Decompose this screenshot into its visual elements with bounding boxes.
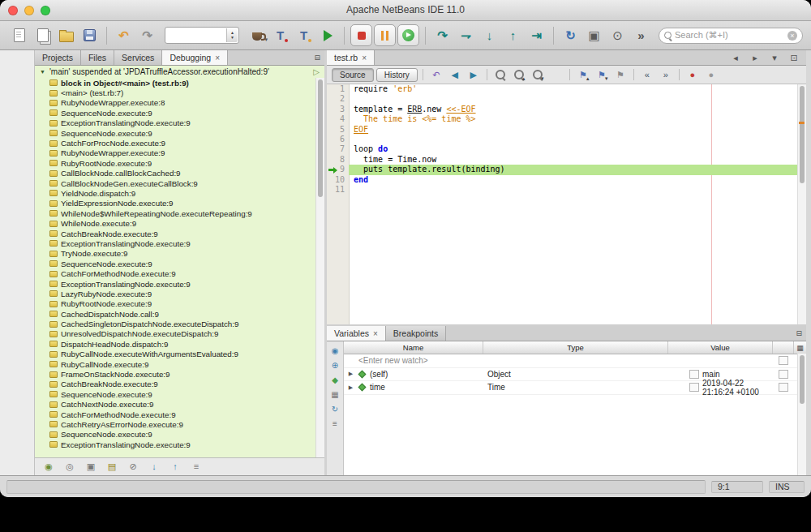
row-action-button[interactable] [779, 383, 788, 392]
shift-line-left-button[interactable]: « [639, 67, 655, 82]
stack-frame-row[interactable]: RubyNodeWrapper.execute:9 [35, 148, 324, 158]
variable-filters-button[interactable]: ◆ [328, 373, 342, 386]
show-thread-groups-button[interactable]: ▣ [84, 460, 98, 474]
value-editor-button[interactable] [689, 383, 699, 392]
panel-minimize-icon[interactable]: ⊟ [310, 50, 324, 65]
scroll-tabs-right-button[interactable]: ▸ [747, 50, 763, 65]
tree-scrollbar-thumb[interactable] [318, 79, 323, 197]
open-project-button[interactable] [55, 24, 77, 46]
row-action-button[interactable] [779, 370, 788, 379]
history-button[interactable]: History [376, 68, 418, 82]
line-number[interactable]: 6 [327, 135, 349, 144]
column-header-type[interactable]: Type [483, 341, 668, 354]
line-number[interactable]: 4 [327, 114, 349, 124]
stack-frame-row[interactable]: YieldNode.dispatch:9 [35, 188, 324, 198]
table-view-button[interactable]: ▦ [328, 388, 342, 401]
code-line-7[interactable]: 7loop do [327, 144, 806, 154]
next-bookmark-button[interactable]: ⚑▼ [594, 67, 610, 82]
stack-frame-row[interactable]: CatchNextNode.execute:9 [35, 400, 324, 410]
tree-scrollbar[interactable] [315, 78, 324, 457]
apply-code-changes-button[interactable]: ↻ [560, 24, 581, 46]
line-number[interactable]: 5 [327, 125, 349, 135]
stack-frame-row[interactable]: UnresolvedDispatchNode.executeDispatch:9 [35, 329, 324, 339]
stack-frame-row[interactable]: RubyCallNode.execute:9 [35, 359, 324, 369]
forward-button[interactable]: ▶ [466, 67, 482, 82]
stack-frame-row[interactable]: CatchBreakNode.execute:9 [35, 380, 324, 389]
variables-scrollbar-thumb[interactable] [800, 355, 805, 404]
stack-frame-row[interactable]: CallBlockNode.callBlockCached:9 [35, 169, 324, 178]
sort-by-name-button[interactable]: ↓ [147, 460, 161, 474]
code-line-11[interactable]: 11 [327, 185, 806, 195]
code-line-5[interactable]: 5EOF [327, 125, 806, 135]
stack-frame-row[interactable]: block in Object#<main> (test.rb:9) [35, 78, 324, 88]
last-edit-button[interactable]: ↶ [428, 67, 444, 82]
step-over-expression-button[interactable]: ⇁ [455, 24, 477, 46]
stack-frame-row[interactable]: CallBlockNodeGen.executeCallBlock:9 [35, 178, 324, 188]
code-line-6[interactable]: 6 [327, 135, 806, 144]
toggle-bookmark-button[interactable]: ⚑ [612, 67, 629, 82]
step-into-button[interactable]: ↓ [478, 24, 500, 46]
line-number[interactable]: 10 [327, 175, 349, 185]
code-line-2[interactable]: 2 [327, 94, 806, 104]
save-all-button[interactable] [79, 24, 101, 46]
stack-frame-row[interactable]: CatchForMethodNode.execute:9 [35, 410, 324, 419]
clean-build-project-button[interactable]: T [293, 24, 315, 46]
refresh-variables-button[interactable]: ↻ [328, 402, 342, 415]
find-previous-button[interactable]: ▲ [511, 67, 527, 82]
tab-close-icon[interactable]: × [215, 54, 220, 62]
show-suspend-resume-table-button[interactable]: ▤ [105, 460, 119, 474]
source-button[interactable]: Source [332, 68, 374, 82]
code-line-3[interactable]: 3template = ERB.new <<-EOF [327, 105, 806, 114]
stack-frame-row[interactable]: YieldExpressionNode.execute:9 [35, 199, 324, 208]
stack-frame-row[interactable]: RubyRootNode.execute:9 [35, 158, 324, 168]
configuration-combobox[interactable]: ▲▼ [165, 27, 239, 44]
variables-minimize-icon[interactable]: ⊟ [792, 326, 806, 341]
stack-frame-row[interactable]: FrameOnStackNode.execute:9 [35, 369, 324, 379]
close-window-button[interactable] [8, 6, 18, 15]
sort-natural-button[interactable]: ↑ [168, 460, 182, 474]
stack-frame-row[interactable]: CatchBreakNode.execute:9 [35, 229, 324, 238]
run-gc-button[interactable]: ▾ [246, 24, 268, 46]
code-line-8[interactable]: 8 time = Time.now [327, 155, 806, 165]
stack-frame-row[interactable]: SequenceNode.execute:9 [35, 259, 324, 268]
table-options-button[interactable]: ▦ [794, 341, 806, 354]
stack-frame-row[interactable]: CachedDispatchNode.call:9 [35, 309, 324, 319]
build-project-button[interactable]: T [269, 24, 291, 46]
panel-tab-files[interactable]: Files [81, 50, 114, 65]
variables-tab-variables[interactable]: Variables× [327, 326, 386, 341]
stack-frame-row[interactable]: ExceptionTranslatingNode.execute:9 [35, 238, 324, 248]
stack-frame-row[interactable]: TryNode.execute:9 [35, 249, 324, 259]
code-line-10[interactable]: 10end [327, 175, 806, 185]
line-number[interactable]: 1 [327, 84, 349, 94]
debug-session-row[interactable]: ▼ 'main' suspended at 'JPDATruffleAccess… [35, 66, 324, 78]
stack-frame-row[interactable]: RubyNodeWrapper.execute:8 [35, 98, 324, 108]
run-project-button[interactable] [316, 24, 338, 46]
find-selection-button[interactable] [492, 67, 508, 82]
zoom-window-button[interactable] [41, 6, 50, 15]
stack-frame-row[interactable]: RubyRootNode.execute:9 [35, 299, 324, 309]
row-action-button[interactable] [779, 356, 788, 365]
column-header-value[interactable]: Value [668, 341, 773, 354]
stack-frame-row[interactable]: SequenceNode.execute:9 [35, 430, 324, 440]
show-watches-button[interactable]: ◉ [328, 344, 342, 357]
undo-button[interactable]: ↶ [113, 24, 135, 46]
sort-suspended-button[interactable]: ⊘ [126, 460, 140, 474]
search-input[interactable]: Search (⌘+I) × [659, 28, 803, 44]
step-over-button[interactable]: ↷ [431, 24, 453, 46]
stack-frame-row[interactable]: SequenceNode.execute:9 [35, 108, 324, 118]
panel-tab-projects[interactable]: Projects [35, 50, 81, 65]
stack-frame-row[interactable]: ExceptionTranslatingNode.execute:9 [35, 440, 324, 449]
stack-frame-row[interactable]: SequenceNode.execute:9 [35, 389, 324, 399]
stack-frame-row[interactable]: ExceptionTranslatingNode.execute:9 [35, 279, 324, 289]
line-number[interactable]: 7 [327, 144, 349, 154]
show-suspended-threads-button[interactable]: ◉ [41, 460, 56, 474]
tab-list-button[interactable]: ▾ [766, 50, 783, 65]
back-button[interactable]: ◀ [447, 67, 463, 82]
code-line-1[interactable]: 1require 'erb' [327, 84, 806, 94]
new-project-button[interactable] [32, 24, 54, 46]
line-number[interactable]: 9 [327, 165, 349, 174]
stack-frame-row[interactable]: LazyRubyNode.execute:9 [35, 289, 324, 298]
panel-tab-services[interactable]: Services [114, 50, 162, 65]
watch-row[interactable]: <Enter new watch> [344, 354, 806, 368]
shift-line-right-button[interactable]: » [658, 67, 674, 82]
